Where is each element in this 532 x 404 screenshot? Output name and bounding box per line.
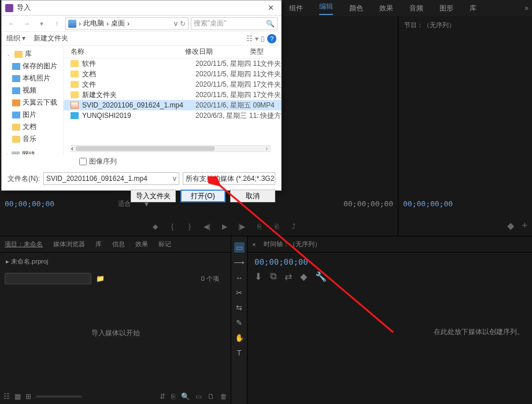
crumb-dd-icon[interactable]: v: [174, 20, 178, 28]
thumb-size-slider[interactable]: [36, 395, 82, 398]
type-tool-icon[interactable]: T: [234, 347, 245, 358]
play-icon[interactable]: ▶: [220, 222, 229, 231]
filename-input[interactable]: SVID_20201106_091624_1.mp4 v: [43, 172, 179, 185]
track-select-tool-icon[interactable]: ⟶: [234, 257, 245, 268]
file-search-input[interactable]: 搜索"桌面" 🔍: [191, 17, 278, 30]
dialog-close-button[interactable]: ✕: [264, 3, 278, 12]
tab-media-browser[interactable]: 媒体浏览器: [53, 240, 85, 249]
tl-marker-icon[interactable]: ◆: [300, 271, 307, 282]
project-search-input[interactable]: [5, 273, 91, 284]
export-frame-icon[interactable]: ⤴: [289, 222, 298, 231]
slip-tool-icon[interactable]: ⇆: [234, 302, 245, 313]
organize-button[interactable]: 组织 ▾: [6, 34, 25, 43]
file-type-filter[interactable]: 所有支持的媒体 (*.264;*.3G2;*. v: [183, 172, 275, 185]
sb-saved-pictures[interactable]: 保存的图片: [23, 61, 57, 71]
tab-audio[interactable]: 音频: [409, 3, 423, 13]
find-icon[interactable]: 🔍: [181, 392, 190, 401]
program-plus-icon[interactable]: +: [522, 220, 527, 231]
help-icon[interactable]: ?: [267, 34, 276, 43]
icon-view-icon[interactable]: ▦: [14, 392, 21, 401]
tab-project[interactable]: 项目：未命名: [5, 240, 43, 249]
freeform-view-icon[interactable]: ⊞: [25, 392, 31, 401]
header-date[interactable]: 修改日期: [185, 47, 250, 57]
file-list[interactable]: 名称 修改日期 类型 软件2020/11/5, 星期四 11:…文件夹文档202…: [64, 46, 281, 154]
file-row[interactable]: 软件2020/11/5, 星期四 11:…文件夹: [64, 58, 281, 69]
scroll-right-icon[interactable]: ›: [263, 144, 270, 153]
folder-tree[interactable]: ⌄库 保存的图片 本机照片 视频 天翼云下载 图片 文档 音乐 ›网络: [2, 46, 64, 154]
crumb-desktop[interactable]: 桌面: [111, 18, 125, 28]
tab-color[interactable]: 颜色: [349, 3, 363, 13]
timeline-close-icon[interactable]: ×: [252, 241, 256, 248]
new-item-icon[interactable]: 🗋: [208, 392, 215, 401]
sb-documents[interactable]: 文档: [23, 122, 36, 132]
in-point-icon[interactable]: {: [168, 222, 177, 231]
ripple-edit-tool-icon[interactable]: ↔: [234, 272, 245, 283]
caret-icon[interactable]: ⌄: [6, 51, 11, 57]
tab-library[interactable]: 库: [95, 240, 102, 249]
program-marker-icon[interactable]: ◆: [507, 220, 514, 231]
tab-effects[interactable]: 效果: [379, 3, 393, 13]
tl-snap-icon[interactable]: ⧉: [270, 271, 276, 282]
horizontal-scrollbar[interactable]: ‹ ›: [71, 145, 271, 152]
tl-insert-icon[interactable]: ⬇: [254, 271, 262, 282]
crumb-sep-icon[interactable]: ›: [79, 20, 81, 28]
file-row[interactable]: SVID_20201106_091624_1.mp42020/11/6, 星期五…: [64, 100, 281, 110]
cancel-button[interactable]: 取消: [230, 190, 275, 202]
new-folder-button[interactable]: 新建文件夹: [34, 34, 68, 43]
out-point-icon[interactable]: }: [185, 222, 194, 231]
refresh-icon[interactable]: ↻: [180, 20, 186, 28]
step-fwd-icon[interactable]: |▶: [237, 222, 246, 231]
tabs-overflow-icon[interactable]: »: [524, 4, 529, 12]
crumb-sep-icon[interactable]: ›: [127, 20, 130, 28]
hand-tool-icon[interactable]: ✋: [234, 332, 245, 343]
tab-info[interactable]: 信息: [112, 240, 125, 249]
preview-pane-icon[interactable]: ▯: [261, 35, 265, 43]
nav-forward-button[interactable]: →: [20, 17, 33, 30]
timeline-drop-hint[interactable]: 在此处放下媒体以创建序列。: [247, 286, 532, 378]
razor-tool-icon[interactable]: ✂: [234, 287, 245, 298]
insert-icon[interactable]: ⎘: [254, 222, 264, 231]
nav-up-button[interactable]: ↑: [50, 17, 63, 30]
tab-graphics[interactable]: 图形: [439, 3, 453, 13]
delete-icon[interactable]: 🗑: [220, 392, 227, 401]
sort-icon[interactable]: ⇵: [160, 392, 165, 401]
timeline-tab-label[interactable]: 时间轴：（无序列）: [264, 240, 321, 249]
sb-music[interactable]: 音乐: [23, 134, 36, 144]
marker-icon[interactable]: ◆: [150, 222, 160, 231]
image-sequence-checkbox[interactable]: [79, 158, 87, 165]
header-type[interactable]: 类型: [250, 47, 281, 57]
crumb-sep-icon[interactable]: ›: [106, 20, 109, 28]
project-drop-hint[interactable]: 导入媒体以开始: [0, 287, 231, 379]
tl-wrench-icon[interactable]: 🔧: [315, 271, 327, 282]
filename-dd-icon[interactable]: v: [173, 175, 176, 183]
tab-effects-panel[interactable]: 效果: [135, 240, 148, 249]
new-bin-icon[interactable]: ▭: [195, 392, 202, 401]
selection-tool-icon[interactable]: ▭: [234, 242, 245, 253]
open-button[interactable]: 打开(O): [180, 190, 226, 202]
tab-markers[interactable]: 标记: [158, 240, 171, 249]
sb-network[interactable]: 网络: [22, 150, 36, 154]
list-view-icon[interactable]: ☷: [3, 392, 10, 401]
project-filter-icon[interactable]: 📁: [96, 275, 105, 283]
address-bar[interactable]: › 此电脑 › 桌面 › v ↻: [65, 17, 189, 30]
nav-back-button[interactable]: ←: [5, 17, 18, 30]
tl-link-icon[interactable]: ⇄: [285, 271, 292, 282]
sb-pictures[interactable]: 图片: [23, 110, 36, 120]
nav-history-dd-icon[interactable]: ▾: [35, 17, 48, 30]
crumb-this-pc[interactable]: 此电脑: [83, 18, 104, 28]
sb-cloud-download[interactable]: 天翼云下载: [23, 98, 57, 108]
auto-seq-icon[interactable]: ⎘: [171, 392, 175, 401]
file-row[interactable]: 文件2020/11/5, 星期四 17:…文件夹: [64, 79, 281, 90]
file-row[interactable]: 文档2020/11/5, 星期四 11:…文件夹: [64, 69, 281, 79]
sb-library[interactable]: 库: [25, 49, 32, 59]
step-back-icon[interactable]: ◀|: [202, 222, 212, 231]
scroll-thumb[interactable]: [76, 146, 215, 151]
caret-icon[interactable]: ›: [6, 151, 8, 154]
file-row[interactable]: 新建文件夹2020/11/5, 星期四 17:…文件夹: [64, 90, 281, 100]
tab-editing[interactable]: 编辑: [319, 2, 333, 15]
view-mode-icon[interactable]: ☷: [246, 35, 253, 43]
scroll-left-icon[interactable]: ‹: [71, 144, 73, 153]
sb-video[interactable]: 视频: [23, 86, 36, 95]
file-row[interactable]: YUNQISHI20192020/6/3, 星期三 11:…快捷方: [64, 110, 281, 121]
pen-tool-icon[interactable]: ✎: [234, 317, 245, 328]
